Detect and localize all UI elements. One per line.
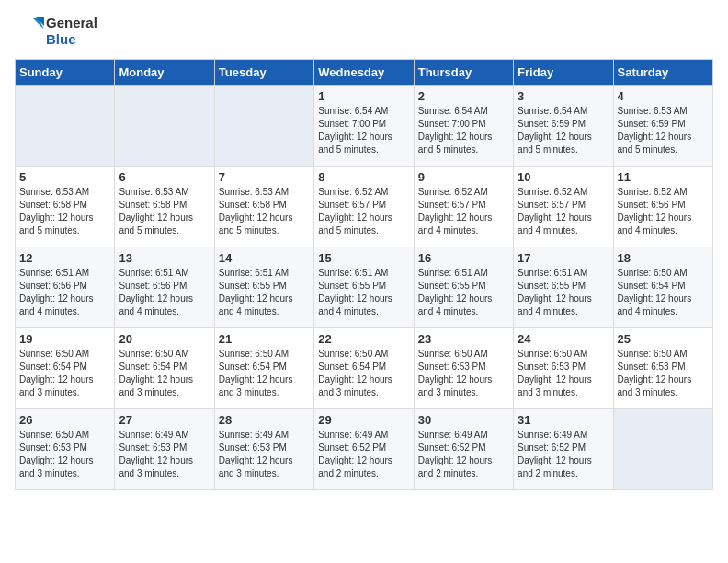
day-number: 18 [618, 251, 709, 265]
day-detail: Sunrise: 6:50 AM Sunset: 6:54 PM Dayligh… [219, 348, 310, 399]
day-number: 8 [318, 170, 409, 184]
calendar-cell: 25Sunrise: 6:50 AM Sunset: 6:53 PM Dayli… [613, 328, 712, 409]
calendar-cell [214, 86, 313, 167]
day-detail: Sunrise: 6:50 AM Sunset: 6:54 PM Dayligh… [618, 267, 709, 318]
calendar-table: SundayMondayTuesdayWednesdayThursdayFrid… [15, 59, 713, 490]
day-detail: Sunrise: 6:54 AM Sunset: 7:00 PM Dayligh… [318, 105, 409, 156]
day-detail: Sunrise: 6:51 AM Sunset: 6:56 PM Dayligh… [19, 267, 110, 318]
day-detail: Sunrise: 6:52 AM Sunset: 6:57 PM Dayligh… [518, 186, 609, 237]
weekday-header: Monday [115, 60, 214, 86]
weekday-header: Thursday [414, 60, 513, 86]
calendar-cell: 2Sunrise: 6:54 AM Sunset: 7:00 PM Daylig… [414, 86, 513, 167]
calendar-cell: 23Sunrise: 6:50 AM Sunset: 6:53 PM Dayli… [414, 328, 513, 409]
day-detail: Sunrise: 6:51 AM Sunset: 6:55 PM Dayligh… [418, 267, 509, 318]
calendar-cell: 9Sunrise: 6:52 AM Sunset: 6:57 PM Daylig… [414, 167, 513, 247]
day-detail: Sunrise: 6:50 AM Sunset: 6:53 PM Dayligh… [19, 429, 110, 480]
day-detail: Sunrise: 6:49 AM Sunset: 6:52 PM Dayligh… [418, 429, 509, 480]
day-number: 6 [119, 170, 210, 184]
day-number: 28 [219, 413, 310, 427]
day-detail: Sunrise: 6:49 AM Sunset: 6:52 PM Dayligh… [318, 429, 409, 480]
day-number: 11 [618, 170, 709, 184]
calendar-cell: 4Sunrise: 6:53 AM Sunset: 6:59 PM Daylig… [613, 86, 712, 167]
day-number: 1 [318, 89, 409, 103]
day-number: 5 [19, 170, 110, 184]
calendar-week-row: 26Sunrise: 6:50 AM Sunset: 6:53 PM Dayli… [16, 409, 713, 490]
day-number: 17 [518, 251, 609, 265]
day-detail: Sunrise: 6:49 AM Sunset: 6:53 PM Dayligh… [219, 429, 310, 480]
calendar-cell: 30Sunrise: 6:49 AM Sunset: 6:52 PM Dayli… [414, 409, 513, 490]
day-number: 15 [318, 251, 409, 265]
weekday-header: Tuesday [214, 60, 313, 86]
logo-container: General Blue [15, 15, 97, 48]
calendar-week-row: 1Sunrise: 6:54 AM Sunset: 7:00 PM Daylig… [16, 86, 713, 167]
day-number: 22 [318, 332, 409, 346]
day-detail: Sunrise: 6:50 AM Sunset: 6:54 PM Dayligh… [119, 348, 210, 399]
calendar-cell [16, 86, 115, 167]
day-number: 31 [518, 413, 609, 427]
calendar-cell: 7Sunrise: 6:53 AM Sunset: 6:58 PM Daylig… [214, 167, 313, 247]
calendar-cell: 13Sunrise: 6:51 AM Sunset: 6:56 PM Dayli… [115, 247, 214, 328]
day-detail: Sunrise: 6:49 AM Sunset: 6:53 PM Dayligh… [119, 429, 210, 480]
day-number: 23 [418, 332, 509, 346]
day-detail: Sunrise: 6:50 AM Sunset: 6:53 PM Dayligh… [418, 348, 509, 399]
calendar-cell: 8Sunrise: 6:52 AM Sunset: 6:57 PM Daylig… [314, 167, 414, 247]
calendar-cell: 26Sunrise: 6:50 AM Sunset: 6:53 PM Dayli… [16, 409, 115, 490]
day-detail: Sunrise: 6:54 AM Sunset: 6:59 PM Dayligh… [518, 105, 609, 156]
day-number: 26 [19, 413, 110, 427]
day-number: 2 [418, 89, 509, 103]
day-detail: Sunrise: 6:52 AM Sunset: 6:57 PM Dayligh… [318, 186, 409, 237]
day-number: 13 [119, 251, 210, 265]
weekday-header: Sunday [16, 60, 115, 86]
calendar-cell: 21Sunrise: 6:50 AM Sunset: 6:54 PM Dayli… [214, 328, 313, 409]
calendar-cell: 28Sunrise: 6:49 AM Sunset: 6:53 PM Dayli… [214, 409, 313, 490]
calendar-cell: 16Sunrise: 6:51 AM Sunset: 6:55 PM Dayli… [414, 247, 513, 328]
day-number: 21 [219, 332, 310, 346]
day-detail: Sunrise: 6:49 AM Sunset: 6:52 PM Dayligh… [518, 429, 609, 480]
day-number: 3 [518, 89, 609, 103]
day-detail: Sunrise: 6:51 AM Sunset: 6:55 PM Dayligh… [318, 267, 409, 318]
day-detail: Sunrise: 6:54 AM Sunset: 7:00 PM Dayligh… [418, 105, 509, 156]
day-number: 24 [518, 332, 609, 346]
calendar-cell: 29Sunrise: 6:49 AM Sunset: 6:52 PM Dayli… [314, 409, 414, 490]
day-number: 10 [518, 170, 609, 184]
calendar-cell: 31Sunrise: 6:49 AM Sunset: 6:52 PM Dayli… [514, 409, 613, 490]
day-number: 9 [418, 170, 509, 184]
day-detail: Sunrise: 6:51 AM Sunset: 6:55 PM Dayligh… [219, 267, 310, 318]
day-detail: Sunrise: 6:51 AM Sunset: 6:55 PM Dayligh… [518, 267, 609, 318]
calendar-cell: 18Sunrise: 6:50 AM Sunset: 6:54 PM Dayli… [613, 247, 712, 328]
calendar-cell: 11Sunrise: 6:52 AM Sunset: 6:56 PM Dayli… [613, 167, 712, 247]
day-detail: Sunrise: 6:50 AM Sunset: 6:53 PM Dayligh… [618, 348, 709, 399]
day-detail: Sunrise: 6:53 AM Sunset: 6:58 PM Dayligh… [19, 186, 110, 237]
calendar-cell: 14Sunrise: 6:51 AM Sunset: 6:55 PM Dayli… [214, 247, 313, 328]
day-number: 25 [618, 332, 709, 346]
calendar-cell: 5Sunrise: 6:53 AM Sunset: 6:58 PM Daylig… [16, 167, 115, 247]
calendar-cell: 27Sunrise: 6:49 AM Sunset: 6:53 PM Dayli… [115, 409, 214, 490]
calendar-week-row: 12Sunrise: 6:51 AM Sunset: 6:56 PM Dayli… [16, 247, 713, 328]
day-detail: Sunrise: 6:53 AM Sunset: 6:58 PM Dayligh… [119, 186, 210, 237]
calendar-cell [613, 409, 712, 490]
day-number: 7 [219, 170, 310, 184]
calendar-cell: 6Sunrise: 6:53 AM Sunset: 6:58 PM Daylig… [115, 167, 214, 247]
logo-text: General Blue [46, 15, 97, 48]
day-number: 12 [19, 251, 110, 265]
day-number: 16 [418, 251, 509, 265]
day-number: 14 [219, 251, 310, 265]
weekday-header: Wednesday [314, 60, 414, 86]
day-number: 4 [618, 89, 709, 103]
logo: General Blue [15, 15, 97, 48]
weekday-header: Friday [514, 60, 613, 86]
calendar-cell: 22Sunrise: 6:50 AM Sunset: 6:54 PM Dayli… [314, 328, 414, 409]
day-number: 19 [19, 332, 110, 346]
calendar-cell: 15Sunrise: 6:51 AM Sunset: 6:55 PM Dayli… [314, 247, 414, 328]
day-detail: Sunrise: 6:52 AM Sunset: 6:57 PM Dayligh… [418, 186, 509, 237]
calendar-cell: 10Sunrise: 6:52 AM Sunset: 6:57 PM Dayli… [514, 167, 613, 247]
page-header: General Blue [15, 15, 713, 48]
day-detail: Sunrise: 6:50 AM Sunset: 6:54 PM Dayligh… [19, 348, 110, 399]
calendar-cell [115, 86, 214, 167]
day-detail: Sunrise: 6:52 AM Sunset: 6:56 PM Dayligh… [618, 186, 709, 237]
calendar-cell: 1Sunrise: 6:54 AM Sunset: 7:00 PM Daylig… [314, 86, 414, 167]
day-number: 20 [119, 332, 210, 346]
weekday-header: Saturday [613, 60, 712, 86]
day-detail: Sunrise: 6:50 AM Sunset: 6:53 PM Dayligh… [518, 348, 609, 399]
weekday-header-row: SundayMondayTuesdayWednesdayThursdayFrid… [16, 60, 713, 86]
